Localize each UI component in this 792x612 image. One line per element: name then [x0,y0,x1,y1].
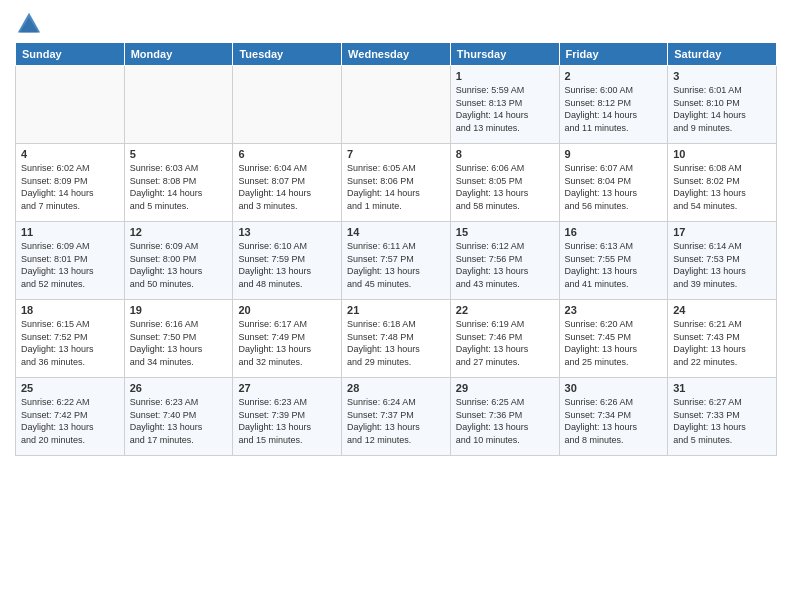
weekday-header: Thursday [450,43,559,66]
logo [15,10,47,38]
calendar-cell: 15Sunrise: 6:12 AM Sunset: 7:56 PM Dayli… [450,222,559,300]
calendar-cell: 1Sunrise: 5:59 AM Sunset: 8:13 PM Daylig… [450,66,559,144]
day-info: Sunrise: 6:26 AM Sunset: 7:34 PM Dayligh… [565,396,663,446]
day-info: Sunrise: 6:23 AM Sunset: 7:40 PM Dayligh… [130,396,228,446]
calendar-cell [342,66,451,144]
calendar-cell: 13Sunrise: 6:10 AM Sunset: 7:59 PM Dayli… [233,222,342,300]
calendar-cell: 4Sunrise: 6:02 AM Sunset: 8:09 PM Daylig… [16,144,125,222]
day-info: Sunrise: 6:10 AM Sunset: 7:59 PM Dayligh… [238,240,336,290]
calendar-cell: 3Sunrise: 6:01 AM Sunset: 8:10 PM Daylig… [668,66,777,144]
calendar-table: SundayMondayTuesdayWednesdayThursdayFrid… [15,42,777,456]
calendar-cell: 29Sunrise: 6:25 AM Sunset: 7:36 PM Dayli… [450,378,559,456]
day-number: 13 [238,226,336,238]
day-number: 16 [565,226,663,238]
day-number: 6 [238,148,336,160]
day-info: Sunrise: 6:21 AM Sunset: 7:43 PM Dayligh… [673,318,771,368]
day-info: Sunrise: 6:19 AM Sunset: 7:46 PM Dayligh… [456,318,554,368]
calendar-cell: 19Sunrise: 6:16 AM Sunset: 7:50 PM Dayli… [124,300,233,378]
day-number: 18 [21,304,119,316]
day-number: 28 [347,382,445,394]
calendar-week-row: 18Sunrise: 6:15 AM Sunset: 7:52 PM Dayli… [16,300,777,378]
logo-icon [15,10,43,38]
day-number: 4 [21,148,119,160]
day-info: Sunrise: 5:59 AM Sunset: 8:13 PM Dayligh… [456,84,554,134]
page-container: SundayMondayTuesdayWednesdayThursdayFrid… [0,0,792,461]
day-number: 23 [565,304,663,316]
calendar-cell: 31Sunrise: 6:27 AM Sunset: 7:33 PM Dayli… [668,378,777,456]
weekday-header: Friday [559,43,668,66]
day-number: 3 [673,70,771,82]
day-info: Sunrise: 6:25 AM Sunset: 7:36 PM Dayligh… [456,396,554,446]
weekday-header: Tuesday [233,43,342,66]
calendar-cell: 16Sunrise: 6:13 AM Sunset: 7:55 PM Dayli… [559,222,668,300]
day-info: Sunrise: 6:20 AM Sunset: 7:45 PM Dayligh… [565,318,663,368]
day-info: Sunrise: 6:08 AM Sunset: 8:02 PM Dayligh… [673,162,771,212]
weekday-header: Sunday [16,43,125,66]
calendar-cell: 7Sunrise: 6:05 AM Sunset: 8:06 PM Daylig… [342,144,451,222]
day-info: Sunrise: 6:09 AM Sunset: 8:00 PM Dayligh… [130,240,228,290]
calendar-cell [233,66,342,144]
day-number: 27 [238,382,336,394]
day-info: Sunrise: 6:14 AM Sunset: 7:53 PM Dayligh… [673,240,771,290]
calendar-cell: 22Sunrise: 6:19 AM Sunset: 7:46 PM Dayli… [450,300,559,378]
calendar-cell: 24Sunrise: 6:21 AM Sunset: 7:43 PM Dayli… [668,300,777,378]
day-info: Sunrise: 6:17 AM Sunset: 7:49 PM Dayligh… [238,318,336,368]
weekday-header: Monday [124,43,233,66]
day-number: 31 [673,382,771,394]
day-info: Sunrise: 6:22 AM Sunset: 7:42 PM Dayligh… [21,396,119,446]
calendar-cell: 27Sunrise: 6:23 AM Sunset: 7:39 PM Dayli… [233,378,342,456]
day-info: Sunrise: 6:03 AM Sunset: 8:08 PM Dayligh… [130,162,228,212]
day-number: 22 [456,304,554,316]
day-info: Sunrise: 6:18 AM Sunset: 7:48 PM Dayligh… [347,318,445,368]
day-info: Sunrise: 6:16 AM Sunset: 7:50 PM Dayligh… [130,318,228,368]
day-number: 21 [347,304,445,316]
day-number: 20 [238,304,336,316]
weekday-header: Saturday [668,43,777,66]
day-info: Sunrise: 6:23 AM Sunset: 7:39 PM Dayligh… [238,396,336,446]
day-number: 9 [565,148,663,160]
day-number: 15 [456,226,554,238]
calendar-cell: 11Sunrise: 6:09 AM Sunset: 8:01 PM Dayli… [16,222,125,300]
calendar-cell: 18Sunrise: 6:15 AM Sunset: 7:52 PM Dayli… [16,300,125,378]
day-info: Sunrise: 6:12 AM Sunset: 7:56 PM Dayligh… [456,240,554,290]
calendar-week-row: 4Sunrise: 6:02 AM Sunset: 8:09 PM Daylig… [16,144,777,222]
calendar-cell: 6Sunrise: 6:04 AM Sunset: 8:07 PM Daylig… [233,144,342,222]
calendar-cell: 14Sunrise: 6:11 AM Sunset: 7:57 PM Dayli… [342,222,451,300]
header [15,10,777,38]
calendar-cell: 21Sunrise: 6:18 AM Sunset: 7:48 PM Dayli… [342,300,451,378]
calendar-cell: 23Sunrise: 6:20 AM Sunset: 7:45 PM Dayli… [559,300,668,378]
day-info: Sunrise: 6:07 AM Sunset: 8:04 PM Dayligh… [565,162,663,212]
day-info: Sunrise: 6:24 AM Sunset: 7:37 PM Dayligh… [347,396,445,446]
day-info: Sunrise: 6:27 AM Sunset: 7:33 PM Dayligh… [673,396,771,446]
calendar-cell [16,66,125,144]
day-number: 5 [130,148,228,160]
day-info: Sunrise: 6:05 AM Sunset: 8:06 PM Dayligh… [347,162,445,212]
calendar-cell: 2Sunrise: 6:00 AM Sunset: 8:12 PM Daylig… [559,66,668,144]
day-number: 24 [673,304,771,316]
day-number: 12 [130,226,228,238]
day-info: Sunrise: 6:11 AM Sunset: 7:57 PM Dayligh… [347,240,445,290]
calendar-cell: 26Sunrise: 6:23 AM Sunset: 7:40 PM Dayli… [124,378,233,456]
day-number: 30 [565,382,663,394]
weekday-header: Wednesday [342,43,451,66]
calendar-cell: 12Sunrise: 6:09 AM Sunset: 8:00 PM Dayli… [124,222,233,300]
day-number: 10 [673,148,771,160]
day-number: 1 [456,70,554,82]
day-number: 7 [347,148,445,160]
day-number: 14 [347,226,445,238]
day-number: 26 [130,382,228,394]
day-number: 2 [565,70,663,82]
calendar-cell: 5Sunrise: 6:03 AM Sunset: 8:08 PM Daylig… [124,144,233,222]
calendar-week-row: 11Sunrise: 6:09 AM Sunset: 8:01 PM Dayli… [16,222,777,300]
calendar-cell [124,66,233,144]
calendar-cell: 20Sunrise: 6:17 AM Sunset: 7:49 PM Dayli… [233,300,342,378]
day-number: 8 [456,148,554,160]
day-info: Sunrise: 6:09 AM Sunset: 8:01 PM Dayligh… [21,240,119,290]
calendar-week-row: 25Sunrise: 6:22 AM Sunset: 7:42 PM Dayli… [16,378,777,456]
day-number: 29 [456,382,554,394]
day-info: Sunrise: 6:15 AM Sunset: 7:52 PM Dayligh… [21,318,119,368]
day-info: Sunrise: 6:02 AM Sunset: 8:09 PM Dayligh… [21,162,119,212]
day-number: 17 [673,226,771,238]
day-info: Sunrise: 6:13 AM Sunset: 7:55 PM Dayligh… [565,240,663,290]
calendar-cell: 17Sunrise: 6:14 AM Sunset: 7:53 PM Dayli… [668,222,777,300]
